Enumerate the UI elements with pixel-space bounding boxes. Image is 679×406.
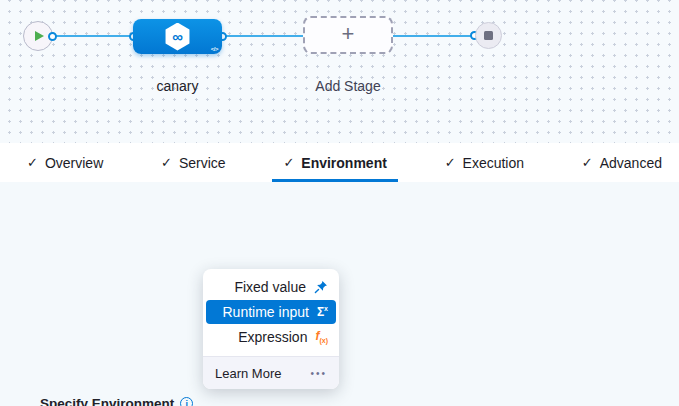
- input-type-dropdown: Fixed value Runtime input Σx Expression …: [203, 269, 339, 389]
- tab-label: Advanced: [600, 155, 662, 171]
- infinity-glyph: ∞: [172, 29, 183, 44]
- check-icon: ✓: [582, 155, 593, 170]
- pipeline-stage-editor: ∞ </> + canary Add Stage ✓ Overview ✓ Se…: [0, 0, 679, 406]
- tab-service[interactable]: ✓ Service: [154, 143, 233, 182]
- more-options-icon[interactable]: •••: [310, 368, 327, 379]
- tab-label: Environment: [301, 155, 387, 171]
- pipeline-canvas[interactable]: ∞ </> + canary Add Stage: [0, 0, 679, 143]
- stage-node-canary[interactable]: ∞ </>: [133, 19, 222, 54]
- specify-environment-label: Specify Environment i: [40, 396, 193, 406]
- play-icon: [35, 31, 44, 41]
- tab-overview[interactable]: ✓ Overview: [20, 143, 110, 182]
- option-label: Expression: [238, 329, 307, 345]
- add-stage-button[interactable]: +: [303, 16, 393, 54]
- option-expression[interactable]: Expression f(x): [206, 325, 336, 349]
- stage-label: canary: [133, 78, 222, 94]
- pin-icon: [314, 280, 328, 294]
- option-fixed-value[interactable]: Fixed value: [206, 275, 336, 299]
- stop-icon: [484, 31, 493, 40]
- tab-advanced[interactable]: ✓ Advanced: [575, 143, 669, 182]
- edge-start-to-stage: [52, 35, 133, 37]
- learn-more-link[interactable]: Learn More: [215, 366, 281, 381]
- tab-label: Overview: [45, 155, 103, 171]
- tab-label: Execution: [463, 155, 524, 171]
- pipeline-stop-node[interactable]: [475, 22, 502, 49]
- option-runtime-input[interactable]: Runtime input Σx: [206, 300, 336, 324]
- edge-addstage-to-stop: [393, 35, 475, 37]
- option-label: Runtime input: [223, 304, 309, 320]
- edge-stage-to-addstage: [222, 35, 303, 37]
- check-icon: ✓: [445, 155, 456, 170]
- add-stage-label: Add Stage: [303, 78, 393, 94]
- deploy-stage-icon: ∞: [165, 23, 191, 51]
- environment-panel: Specify Environment i <+input> Σx ‹ Back…: [0, 182, 679, 406]
- tab-label: Service: [179, 155, 226, 171]
- sigma-icon: Σx: [317, 305, 328, 319]
- connector-start-out[interactable]: [48, 32, 57, 41]
- check-icon: ✓: [27, 155, 38, 170]
- check-icon: ✓: [161, 155, 172, 170]
- tab-execution[interactable]: ✓ Execution: [438, 143, 531, 182]
- stage-tabbar: ✓ Overview ✓ Service ✓ Environment ✓ Exe…: [0, 143, 679, 182]
- option-label: Fixed value: [234, 279, 306, 295]
- plus-icon: +: [342, 23, 355, 45]
- check-icon: ✓: [283, 155, 294, 170]
- fx-icon: f(x): [315, 330, 328, 344]
- dropdown-footer: Learn More •••: [203, 356, 339, 389]
- field-label-text: Specify Environment: [40, 396, 174, 406]
- code-icon: </>: [211, 46, 218, 52]
- tab-environment[interactable]: ✓ Environment: [276, 143, 393, 182]
- info-icon[interactable]: i: [180, 397, 193, 406]
